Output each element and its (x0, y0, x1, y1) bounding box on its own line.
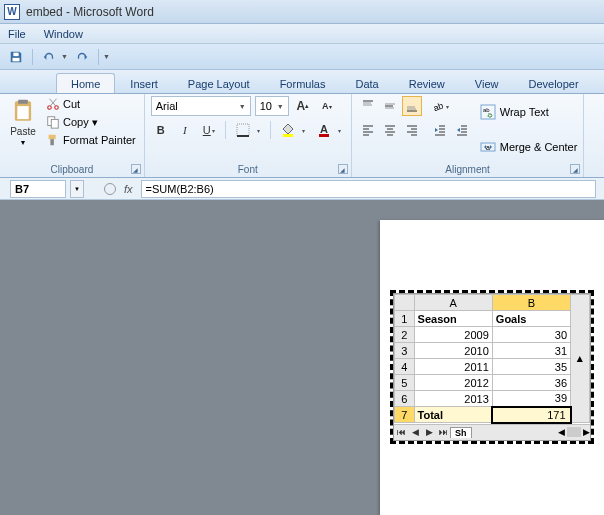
redo-button[interactable] (72, 47, 92, 67)
merge-center-button[interactable]: a Merge & Center (480, 139, 578, 155)
table-row: 3 2010 31 (395, 343, 590, 359)
cell[interactable]: Goals (492, 311, 570, 327)
svg-text:a: a (486, 144, 490, 151)
group-label-alignment: Alignment (358, 163, 578, 177)
svg-text:ab: ab (483, 107, 490, 113)
svg-text:A: A (320, 123, 328, 135)
horizontal-scrollbar[interactable]: ◀ ▶ (472, 427, 590, 437)
cancel-entry-icon[interactable] (104, 183, 116, 195)
grow-font-button[interactable]: A▴ (293, 96, 313, 116)
name-box-dropdown[interactable]: ▼ (70, 180, 84, 198)
shrink-font-button[interactable]: A▾ (317, 96, 337, 116)
cell[interactable]: Season (414, 311, 492, 327)
embedded-spreadsheet[interactable]: A B ▴ 1 Season Goals 2 2009 30 (390, 290, 594, 444)
wrap-text-button[interactable]: ab Wrap Text (480, 104, 578, 120)
svg-rect-15 (319, 134, 329, 137)
cell[interactable]: 2011 (414, 359, 492, 375)
underline-icon: U (203, 124, 211, 136)
sheet-nav-next[interactable]: ▶ (422, 427, 436, 437)
underline-button[interactable]: U▾ (199, 120, 219, 140)
cell[interactable]: 2013 (414, 391, 492, 407)
table-row: 6 2013 39 (395, 391, 590, 407)
undo-button[interactable] (39, 47, 59, 67)
svg-rect-13 (283, 134, 293, 137)
font-dialog-launcher[interactable]: ◢ (338, 164, 348, 174)
tab-developer[interactable]: Developer (513, 73, 593, 93)
align-center-icon (383, 123, 397, 137)
svg-rect-0 (13, 57, 20, 61)
sheet-nav-prev[interactable]: ◀ (408, 427, 422, 437)
format-painter-button[interactable]: Format Painter (44, 132, 138, 148)
svg-rect-3 (18, 100, 28, 104)
cell[interactable]: 39 (492, 391, 570, 407)
paste-button[interactable]: Paste ▼ (6, 96, 40, 148)
align-right-button[interactable] (402, 120, 422, 140)
group-alignment: ab▾ ab Wrap Text a Merge & Center Alignm… (352, 94, 585, 177)
alignment-dialog-launcher[interactable]: ◢ (570, 164, 580, 174)
copy-button[interactable]: Copy▾ (44, 114, 138, 130)
cell[interactable]: 2012 (414, 375, 492, 391)
title-bar: W embed - Microsoft Word (0, 0, 604, 24)
align-top-button[interactable] (358, 96, 378, 116)
font-color-button[interactable]: A ▾ (313, 120, 345, 140)
qat-customize-dropdown[interactable]: ▼ (103, 53, 110, 60)
bold-button[interactable]: B (151, 120, 171, 140)
svg-rect-10 (50, 139, 54, 145)
cell[interactable]: 36 (492, 375, 570, 391)
align-bottom-button[interactable] (402, 96, 422, 116)
column-header-b[interactable]: B (492, 295, 570, 311)
tab-insert[interactable]: Insert (115, 73, 173, 93)
cell[interactable]: Total (414, 407, 492, 423)
column-header-a[interactable]: A (414, 295, 492, 311)
sheet-nav-first[interactable]: ⏮ (394, 427, 408, 437)
align-top-icon (361, 99, 375, 113)
menu-file[interactable]: File (8, 28, 26, 40)
name-box[interactable]: B7 (10, 180, 66, 198)
svg-rect-1 (13, 52, 18, 56)
align-left-button[interactable] (358, 120, 378, 140)
sheet-tab[interactable]: Sh (450, 427, 472, 438)
grow-font-icon: A (296, 99, 305, 113)
insert-function-button[interactable]: fx (124, 183, 133, 195)
group-label-clipboard: Clipboard (6, 163, 138, 177)
sheet-nav-last[interactable]: ⏭ (436, 427, 450, 437)
orientation-button[interactable]: ab▾ (430, 96, 450, 116)
fill-color-button[interactable]: ▾ (277, 120, 309, 140)
save-button[interactable] (6, 47, 26, 67)
decrease-indent-icon (433, 123, 447, 137)
font-size-combo[interactable]: 10▼ (255, 96, 289, 116)
cell[interactable]: 30 (492, 327, 570, 343)
cell[interactable]: 2010 (414, 343, 492, 359)
italic-button[interactable]: I (175, 120, 195, 140)
tab-page-layout[interactable]: Page Layout (173, 73, 265, 93)
cell[interactable]: 31 (492, 343, 570, 359)
clipboard-dialog-launcher[interactable]: ◢ (131, 164, 141, 174)
tab-review[interactable]: Review (394, 73, 460, 93)
align-middle-button[interactable] (380, 96, 400, 116)
cell[interactable]: 35 (492, 359, 570, 375)
tab-data[interactable]: Data (340, 73, 393, 93)
cell[interactable]: 2009 (414, 327, 492, 343)
decrease-indent-button[interactable] (430, 120, 450, 140)
fill-color-icon (281, 123, 295, 137)
table-row: 2 2009 30 (395, 327, 590, 343)
tab-formulas[interactable]: Formulas (265, 73, 341, 93)
align-center-button[interactable] (380, 120, 400, 140)
border-icon (236, 123, 250, 137)
font-name-combo[interactable]: Arial▼ (151, 96, 251, 116)
cut-button[interactable]: Cut (44, 96, 138, 112)
undo-dropdown[interactable]: ▼ (61, 53, 68, 60)
active-cell[interactable]: 171 (492, 407, 570, 423)
border-button[interactable]: ▾ (232, 120, 264, 140)
paste-icon (10, 98, 36, 124)
tab-view[interactable]: View (460, 73, 514, 93)
svg-point-5 (48, 106, 52, 110)
select-all-corner[interactable] (395, 295, 415, 311)
quick-access-toolbar: ▼ ▼ (0, 44, 604, 70)
tab-home[interactable]: Home (56, 73, 115, 93)
vertical-scrollbar[interactable]: ▴ (571, 295, 590, 423)
menu-window[interactable]: Window (44, 28, 83, 40)
increase-indent-button[interactable] (452, 120, 472, 140)
undo-icon (42, 50, 56, 64)
formula-input[interactable]: =SUM(B2:B6) (141, 180, 596, 198)
